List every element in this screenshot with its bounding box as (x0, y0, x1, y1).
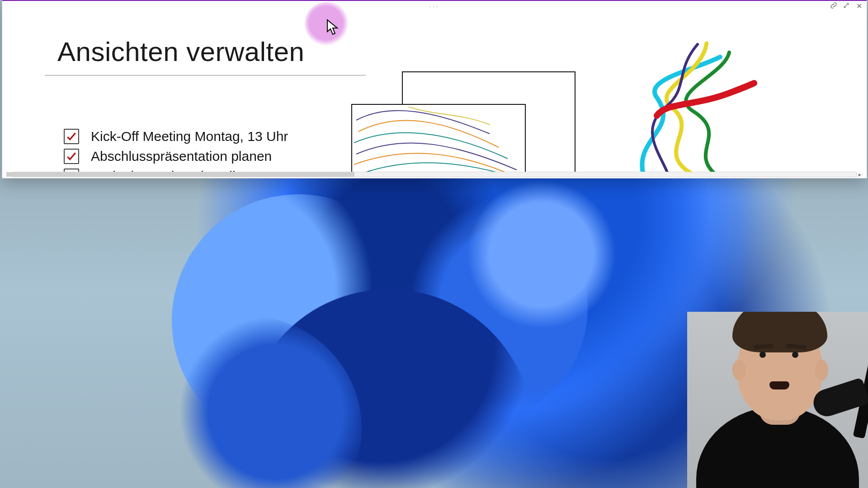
title-underline (45, 75, 366, 75)
horizontal-scrollbar[interactable]: ◄ ► (6, 172, 863, 177)
checklist-item-label: Kick-Off Meeting Montag, 13 Uhr (91, 129, 288, 144)
ink-frame-front[interactable] (351, 104, 526, 173)
presenter-eye (760, 352, 766, 358)
checkbox-icon[interactable] (64, 149, 79, 164)
link-icon (830, 3, 837, 10)
close-button[interactable]: ✕ (853, 2, 865, 11)
checklist-item[interactable]: Kick-Off Meeting Montag, 13 Uhr (64, 127, 288, 146)
scrollbar-thumb[interactable] (6, 172, 354, 177)
presenter-hair (732, 312, 827, 352)
scroll-right-icon[interactable]: ► (856, 172, 863, 177)
presenter-mouth (769, 381, 789, 389)
close-icon: ✕ (856, 2, 862, 10)
expand-button[interactable] (840, 2, 852, 11)
window-titlebar[interactable]: ··· ✕ (2, 1, 867, 10)
presenter-eye (792, 352, 798, 358)
goto-page-button[interactable] (828, 2, 840, 11)
checklist-item[interactable]: Abschlusspräsentation planen (64, 146, 288, 166)
checkbox-icon[interactable] (64, 129, 79, 144)
presenter-ear (732, 360, 746, 380)
onenote-quicknote-window[interactable]: ··· ✕ Ansichten verwalten (2, 0, 867, 178)
ink-ribbons (625, 39, 761, 173)
page-title[interactable]: Ansichten verwalten (57, 36, 304, 67)
drag-handle-icon[interactable]: ··· (429, 3, 440, 10)
checklist-item-label: Abschlusspräsentation planen (91, 149, 272, 164)
expand-icon (843, 3, 849, 10)
webcam-overlay (687, 312, 868, 488)
checklist: Kick-Off Meeting Montag, 13 Uhr Abschlus… (64, 127, 288, 173)
note-canvas[interactable]: Ansichten verwalten Kick-Off Meeting Mon… (6, 10, 863, 173)
presenter-ear (815, 360, 828, 380)
